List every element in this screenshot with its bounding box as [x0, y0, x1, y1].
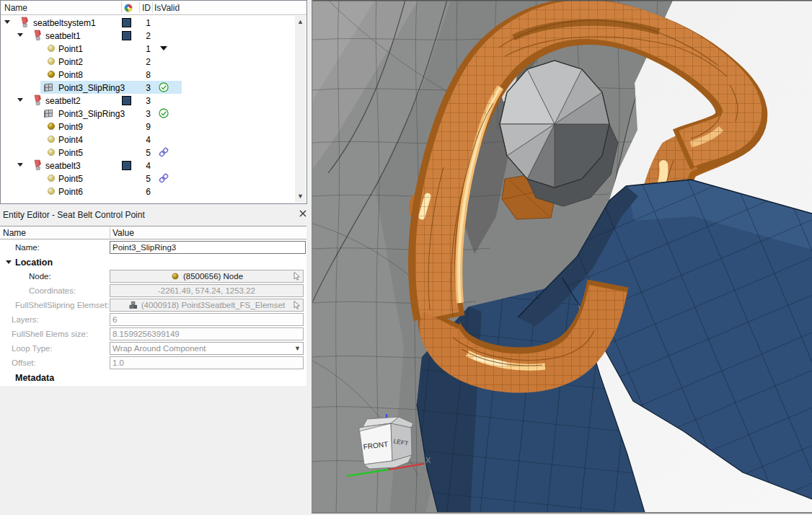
field-coordinates[interactable]: -2261.49, 574.24, 1253.22 — [110, 284, 304, 297]
tree-item-id: 3 — [135, 109, 151, 119]
tree-item-id: 1 — [135, 18, 151, 28]
tree-row-seatbeltsystem1[interactable]: seatbeltsystem11 — [1, 16, 295, 29]
tree-col-id[interactable]: ID — [142, 3, 151, 13]
slipring-icon — [43, 107, 54, 119]
tree-item-label[interactable]: Point3_SlipRing3 — [58, 109, 125, 119]
tree-row-Point6[interactable]: Point66 — [1, 185, 295, 198]
picker-value: (4000918) Point3Seatbelt_FS_Elemset — [141, 301, 285, 309]
tree-item-label[interactable]: seatbelt1 — [45, 31, 81, 41]
color-column-icon[interactable] — [123, 3, 133, 13]
tree-vertical-scrollbar[interactable]: ▲ ▼ — [295, 16, 306, 203]
belt-icon — [32, 94, 44, 106]
tree-row-Point4[interactable]: Point44 — [1, 133, 295, 146]
tree-row-Point5[interactable]: Point55 — [1, 172, 295, 185]
metadata-heading: Metadata — [15, 373, 54, 383]
sphere-pale-icon — [45, 185, 57, 197]
tree-header: Name ID IsValid — [1, 1, 306, 15]
field-looptype[interactable]: Wrap Around Component▼ — [110, 342, 304, 355]
scroll-up-icon[interactable]: ▲ — [297, 19, 304, 25]
color-swatch[interactable] — [122, 96, 131, 105]
expander-icon[interactable] — [4, 20, 10, 24]
tree-row-Point8[interactable]: Point88 — [1, 68, 295, 81]
expander-icon[interactable] — [17, 33, 23, 37]
tree-item-label[interactable]: Point6 — [58, 187, 83, 197]
sphere-pale-icon — [45, 146, 57, 158]
entity-editor-table: Name Value Name:Point3_SlipRing3Location… — [0, 226, 306, 386]
tree-row-Point3_SlipRing3[interactable]: Point3_SlipRing33 — [1, 81, 295, 94]
belt-icon — [19, 17, 31, 28]
close-icon[interactable] — [298, 208, 308, 219]
tree-row-Point3_SlipRing3[interactable]: Point3_SlipRing33 — [1, 107, 295, 120]
combo-arrow-icon[interactable]: ▼ — [294, 345, 301, 352]
slipring-icon — [43, 82, 54, 93]
field-label: FullShellSlipring Elemset: — [15, 301, 109, 309]
color-swatch[interactable] — [122, 31, 131, 40]
sphere-gold-icon — [170, 271, 180, 281]
field-label: Coordinates: — [29, 286, 76, 295]
tree-row-Point5[interactable]: Point55 — [1, 146, 295, 159]
entity-editor-title: Entity Editor - Seat Belt Control Point — [3, 210, 145, 220]
tree-row-Point1[interactable]: Point11 — [1, 42, 295, 55]
belt-icon — [32, 159, 44, 171]
section-label[interactable]: Location — [15, 258, 53, 268]
link-icon — [158, 146, 169, 158]
tree-item-label[interactable]: seatbelt3 — [45, 161, 81, 171]
tree-row-seatbelt2[interactable]: seatbelt23 — [1, 94, 295, 107]
field-label: Name: — [15, 243, 40, 252]
tree-item-id: 1 — [135, 44, 151, 54]
expander-icon[interactable] — [17, 98, 23, 102]
field-label: Node: — [29, 272, 51, 281]
field-fullshellelemssize[interactable]: 8.1599256399149 — [110, 327, 304, 340]
axis-label-z: Z — [387, 395, 392, 404]
tree-item-label[interactable]: Point8 — [58, 70, 83, 80]
entity-editor-panel: Entity Editor - Seat Belt Control Point … — [0, 205, 307, 515]
field-name[interactable]: Point3_SlipRing3 — [110, 241, 306, 254]
tree-item-label[interactable]: Point1 — [58, 44, 83, 54]
tree-item-label[interactable]: Point5 — [58, 174, 83, 184]
sphere-pale-icon — [45, 56, 57, 67]
application-window: Name ID IsValid seatbeltsystem11seatbelt… — [0, 0, 812, 515]
model-browser-tree[interactable]: Name ID IsValid seatbeltsystem11seatbelt… — [0, 0, 307, 204]
tree-item-label[interactable]: Point9 — [58, 122, 83, 132]
tree-row-Point9[interactable]: Point99 — [1, 120, 295, 133]
expander-icon[interactable] — [17, 163, 23, 167]
dropdown-icon[interactable] — [158, 43, 169, 54]
tree-col-name[interactable]: Name — [4, 3, 27, 13]
sphere-gold-icon — [45, 120, 57, 132]
sphere-gold-icon — [45, 69, 57, 80]
editor-table-header: Name Value — [0, 226, 306, 239]
field-layers[interactable]: 6 — [110, 313, 304, 326]
color-swatch[interactable] — [122, 18, 131, 27]
tree-item-id: 5 — [135, 174, 151, 184]
field-label: Offset: — [12, 358, 36, 367]
3d-viewport[interactable]: Z Y X FRONT LEFT — [312, 0, 812, 515]
tree-row-seatbelt3[interactable]: seatbelt34 — [1, 159, 295, 172]
tree-col-isvalid[interactable]: IsValid — [154, 3, 180, 13]
cubes-icon — [128, 300, 138, 310]
field-label: Loop Type: — [12, 344, 53, 353]
valid-check-icon — [158, 107, 169, 119]
tree-item-id: 9 — [135, 122, 151, 132]
field-node[interactable]: (8500656) Node — [110, 270, 304, 283]
pick-cursor-icon[interactable] — [293, 301, 301, 310]
axis-label-y: Y — [337, 462, 343, 470]
tree-item-label[interactable]: Point3_SlipRing3 — [58, 83, 125, 93]
color-swatch[interactable] — [122, 161, 131, 170]
tree-item-id: 3 — [135, 83, 151, 93]
tree-item-label[interactable]: Point4 — [58, 135, 83, 145]
tree-item-id: 8 — [135, 70, 151, 80]
field-fullshellslipringelemset[interactable]: (4000918) Point3Seatbelt_FS_Elemset — [110, 299, 304, 312]
tree-row-seatbelt1[interactable]: seatbelt12 — [1, 29, 295, 42]
picker-value: (8500656) Node — [183, 272, 243, 281]
tree-item-label[interactable]: Point5 — [58, 148, 83, 158]
pick-cursor-icon[interactable] — [293, 272, 301, 281]
tree-item-label[interactable]: seatbelt2 — [45, 96, 81, 106]
collapse-icon[interactable] — [6, 260, 12, 264]
field-offset[interactable]: 1.0 — [110, 356, 304, 369]
tree-row-Point2[interactable]: Point22 — [1, 55, 295, 68]
tree-item-label[interactable]: seatbeltsystem1 — [33, 18, 96, 28]
scroll-down-icon[interactable]: ▼ — [297, 193, 304, 200]
picker-value: -2261.49, 574.24, 1253.22 — [158, 286, 255, 295]
tree-item-label[interactable]: Point2 — [58, 57, 83, 67]
editor-row-coordinates: Coordinates:-2261.49, 574.24, 1253.22 — [0, 283, 306, 298]
